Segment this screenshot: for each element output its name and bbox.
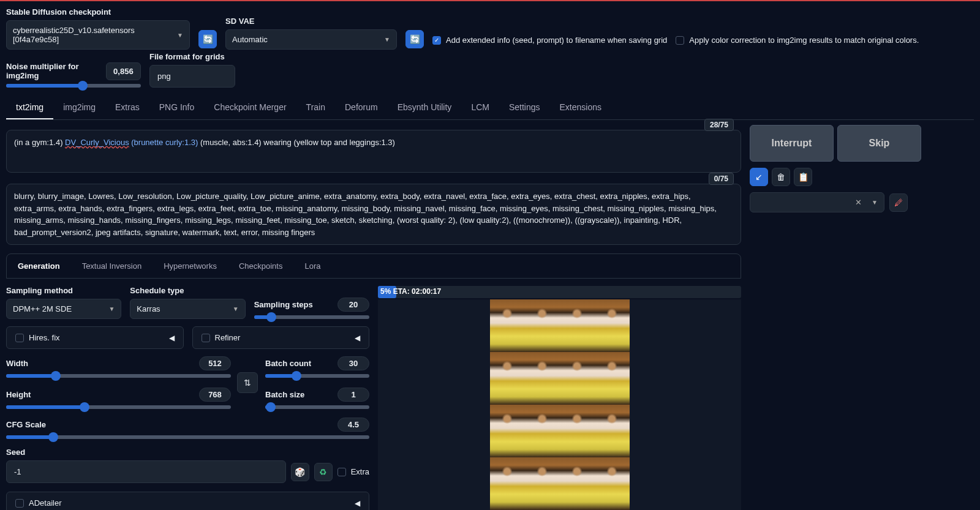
preview-thumb [595,405,630,457]
noise-value[interactable]: 0,856 [106,62,141,80]
cfg-value[interactable]: 4.5 [337,418,369,432]
prompt-input[interactable]: (in a gym:1.4) DV_Curly_Vicious (brunett… [6,130,741,173]
chevron-down-icon: ▼ [108,306,115,312]
tab-settings[interactable]: Settings [499,96,550,119]
skip-button[interactable]: Skip [837,125,921,162]
schedule-dropdown[interactable]: Karras ▼ [130,299,245,319]
extended-info-checkbox[interactable]: ✓ [432,36,441,45]
sampling-steps-label: Sampling steps [254,300,313,309]
clear-button[interactable]: 🗑 [772,168,790,186]
refresh-vae-button[interactable]: 🔄 [405,30,424,48]
main-tabs: txt2img img2img Extras PNG Info Checkpoi… [6,96,974,120]
seed-label: Seed [6,448,369,457]
height-value[interactable]: 768 [199,388,231,402]
subtab-hypernetworks[interactable]: Hypernetworks [153,254,228,278]
grid-format-input[interactable]: png [149,65,235,88]
chevron-left-icon: ◀ [355,499,360,508]
subtab-lora[interactable]: Lora [293,254,331,278]
reuse-seed-button[interactable]: ♻ [314,463,333,481]
width-value[interactable]: 512 [199,356,231,370]
subtab-generation[interactable]: Generation [7,254,71,278]
chevron-down-icon: ▼ [177,32,183,39]
tab-ebsynth[interactable]: Ebsynth Utility [388,96,462,119]
tab-train[interactable]: Train [296,96,335,119]
cfg-slider[interactable] [6,435,369,439]
checkpoint-dropdown[interactable]: cyberrealistic25D_v10.safetensors [0f4a7… [6,20,190,50]
preview-thumb [490,352,525,405]
tab-img2img[interactable]: img2img [53,96,105,119]
sampling-method-dropdown[interactable]: DPM++ 2M SDE ▼ [6,299,121,319]
width-slider[interactable] [6,374,231,378]
tab-pnginfo[interactable]: PNG Info [149,96,205,119]
batch-size-value[interactable]: 1 [337,388,369,402]
subtab-textual-inversion[interactable]: Textual Inversion [71,254,153,278]
sampling-steps-slider[interactable] [254,315,369,319]
tab-deforum[interactable]: Deforum [335,96,388,119]
tab-extensions[interactable]: Extensions [550,96,611,119]
preview-thumb [490,405,525,457]
prompt-seg: DV_Curly_Vicious (brunette curly:1.3) [65,138,198,147]
progress-bar: 5% ETA: 02:00:17 [378,286,741,298]
color-correction-checkbox[interactable] [676,36,684,45]
refiner-checkbox[interactable] [202,334,210,342]
schedule-value: Karras [137,304,160,313]
preview-thumb [595,352,630,405]
checkpoint-label: Stable Diffusion checkpoint [6,7,190,17]
vae-dropdown[interactable]: Automatic ▼ [225,29,397,50]
refiner-label: Refiner [215,333,241,342]
chevron-down-icon: ▼ [233,306,239,312]
paste-button[interactable]: 📋 [794,168,812,186]
height-label: Height [6,390,31,399]
vae-label: SD VAE [225,17,397,26]
extra-label: Extra [351,467,369,476]
batch-count-value[interactable]: 30 [337,356,369,370]
refresh-checkpoint-button[interactable]: 🔄 [198,30,217,48]
batch-count-slider[interactable] [265,374,369,378]
preview-thumb [525,457,560,510]
tab-txt2img[interactable]: txt2img [6,96,53,119]
interrupt-button[interactable]: Interrupt [750,125,834,162]
seed-input[interactable]: -1 [6,460,286,483]
refiner-accordion[interactable]: Refiner ◀ [192,326,370,349]
preview-thumb [525,352,560,405]
arrow-button[interactable]: ↙ [750,168,768,186]
negative-prompt-input[interactable]: blurry, blurry_image, Lowres, Low_resolu… [6,184,741,245]
tab-checkpoint-merger[interactable]: Checkpoint Merger [204,96,296,119]
swap-dimensions-button[interactable]: ⇅ [237,372,258,393]
sampling-method-label: Sampling method [6,286,121,295]
chevron-left-icon: ◀ [169,334,175,342]
sampling-steps-value[interactable]: 20 [337,298,369,312]
preview-thumb [490,457,525,510]
edit-styles-button[interactable]: 🖉 [889,193,908,212]
adetailer-label: ADetailer [29,498,61,508]
subtab-checkpoints[interactable]: Checkpoints [228,254,294,278]
extended-info-label: Add extended info (seed, prompt) to file… [446,36,667,45]
sampling-method-value: DPM++ 2M SDE [13,304,72,313]
hires-label: Hires. fix [29,333,60,342]
hires-checkbox[interactable] [15,334,24,342]
height-slider[interactable] [6,405,231,409]
batch-size-label: Batch size [265,390,304,399]
noise-label: Noise multiplier for img2img [6,62,106,80]
random-seed-button[interactable]: 🎲 [291,463,309,481]
extra-seed-checkbox[interactable] [337,468,346,476]
output-preview[interactable] [378,299,741,510]
close-icon[interactable]: ✕ [855,198,862,207]
batch-size-slider[interactable] [265,405,369,409]
tab-extras[interactable]: Extras [105,96,149,119]
preview-thumb [560,405,595,457]
preview-thumb [525,299,560,352]
prompt-token-count: 28/75 [704,119,734,131]
preview-thumb [595,457,630,510]
preview-thumb [560,299,595,352]
styles-dropdown[interactable]: ✕ ▼ [750,192,884,212]
noise-slider[interactable] [6,84,141,88]
tab-lcm[interactable]: LCM [461,96,499,119]
preview-thumb [490,299,525,352]
adetailer-checkbox[interactable] [15,499,24,508]
adetailer-accordion[interactable]: ADetailer ◀ [6,492,369,510]
checkpoint-value: cyberrealistic25D_v10.safetensors [0f4a7… [13,26,172,44]
grid-format-label: File format for grids [149,52,235,61]
hires-fix-accordion[interactable]: Hires. fix ◀ [6,326,184,349]
sub-tabs: Generation Textual Inversion Hypernetwor… [6,253,741,279]
